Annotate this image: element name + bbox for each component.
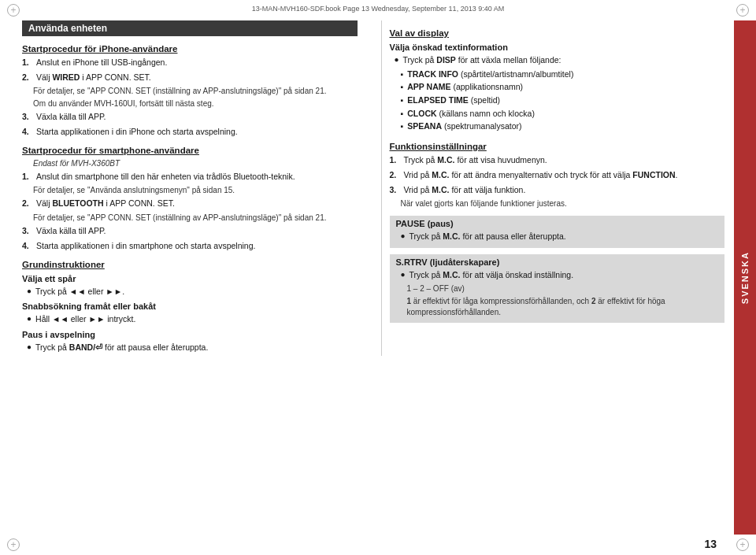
srtrv-note-2-bold: 2 [591, 297, 596, 305]
bullet-icon-disp: ● [395, 54, 399, 66]
svenska-label: SVENSKA [740, 251, 750, 304]
sub-bullet-icon-2: ▪ [401, 81, 404, 93]
disp-intro: ● Tryck på DISP för att växla mellan föl… [390, 54, 725, 66]
page-container: 13-MAN-MVH160-SDF.book Page 13 Wednesday… [0, 0, 756, 555]
srtrv-bullet: ● Tryck på M.C. för att välja önskad ins… [396, 269, 719, 281]
sub-bullet-icon-1: ▪ [401, 68, 404, 80]
svenska-sidebar: SVENSKA [734, 20, 756, 535]
paus-title: Paus i avspelning [22, 330, 358, 339]
smartphone-item-2-num: 2. [22, 198, 36, 209]
grundinstruktioner-title: Grundinstruktioner [22, 260, 358, 269]
valja-textinfo-title: Välja önskad textinformation [390, 43, 725, 52]
iphone-item-3-text: Växla källa till APP. [36, 111, 358, 123]
pause-title: PAUSE (paus) [396, 219, 719, 228]
iphone-item-4-num: 4. [22, 126, 36, 138]
smartphone-item-4-num: 4. [22, 240, 36, 252]
smartphone-item-3-text: Växla källa till APP. [36, 225, 358, 237]
iphone-item-1-text: Anslut en iPhone till USB-ingången. [36, 57, 358, 68]
smartphone-item-3-num: 3. [22, 225, 36, 237]
display-app-text: APP NAME (applikationsnamn) [407, 81, 523, 93]
display-app-name: ▪ APP NAME (applikationsnamn) [390, 81, 725, 93]
srtrv-section: S.RTRV (ljudåterskapare) ● Tryck på M.C.… [390, 254, 725, 323]
funk-item-1: 1. Tryck på M.C. för att visa huvudmenyn… [390, 154, 725, 166]
iphone-item-2: 2. Välj WIRED i APP CONN. SET. [22, 72, 358, 83]
smartphone-item-4: 4. Starta applikationen i din smartphone… [22, 240, 358, 252]
sub-bullet-icon-5: ▪ [401, 120, 404, 132]
funk-item-1-num: 1. [390, 154, 404, 166]
valja-spor-text: Tryck på ◄◄ eller ►►. [35, 286, 124, 298]
iphone-section-title: Startprocedur för iPhone-användare [22, 44, 358, 54]
funktionsinstallningar-title: Funktionsinställningar [390, 142, 725, 151]
sub-bullet-icon-4: ▪ [401, 108, 404, 120]
bullet-icon-2: ● [27, 313, 32, 325]
reg-mark-top-right [736, 3, 750, 17]
display-elapsed-time: ▪ ELAPSED TIME (speltid) [390, 94, 725, 106]
display-clock: ▪ CLOCK (källans namn och klocka) [390, 108, 725, 120]
iphone-sub1: För detaljer, se "APP CONN. SET (inställ… [22, 86, 358, 97]
snabbsokning-bullet: ● Håll ◄◄ eller ►► intryckt. [22, 313, 358, 325]
page-number: 13 [704, 538, 717, 550]
funk-item-2-num: 2. [390, 169, 404, 181]
display-elapsed-text: ELAPSED TIME (speltid) [407, 94, 500, 106]
display-speana-text: SPEANA (spektrumanalysator) [407, 120, 521, 132]
srtrv-title: S.RTRV (ljudåterskapare) [396, 257, 719, 267]
funk-item-3-num: 3. [390, 184, 404, 196]
iphone-item-3-num: 3. [22, 111, 36, 123]
iphone-item-4: 4. Starta applikationen i din iPhone och… [22, 126, 358, 138]
reg-mark-bottom-right [736, 538, 750, 552]
iphone-item-1-num: 1. [22, 57, 36, 68]
funk-sub: När valet gjorts kan följande funktioner… [390, 198, 725, 209]
iphone-sub2: Om du använder MVH-160UI, fortsätt till … [22, 98, 358, 109]
valja-spor-bullet: ● Tryck på ◄◄ eller ►►. [22, 286, 358, 298]
bullet-icon-srtrv: ● [401, 269, 406, 281]
smartphone-item-2: 2. Välj BLUETOOTH i APP CONN. SET. [22, 198, 358, 209]
srtrv-note-1-bold: 1 [407, 297, 412, 305]
srtrv-note-1-text: är effektivt för låga kompressionsförhål… [413, 297, 591, 305]
pause-section: PAUSE (paus) ● Tryck på M.C. för att pau… [390, 216, 725, 248]
display-track-text: TRACK INFO (spårtitel/artistnamn/albumti… [407, 68, 573, 80]
reg-mark-top-left [6, 3, 20, 17]
smartphone-item-4-text: Starta applikationen i din smartphone oc… [36, 240, 358, 252]
valja-spor-title: Välja ett spår [22, 274, 358, 283]
display-clock-text: CLOCK (källans namn och klocka) [407, 108, 535, 120]
left-column: Använda enheten Startprocedur för iPhone… [22, 20, 365, 356]
val-av-display-title: Val av display [390, 28, 725, 38]
funk-item-1-text: Tryck på M.C. för att visa huvudmenyn. [404, 154, 725, 166]
filename-text: 13-MAN-MVH160-SDF.book Page 13 Wednesday… [252, 5, 504, 13]
smartphone-section-title: Startprocedur för smartphone-användare [22, 146, 358, 155]
bullet-icon-3: ● [27, 342, 32, 353]
funk-item-2: 2. Vrid på M.C. för att ändra menyaltern… [390, 169, 725, 181]
display-track-info: ▪ TRACK INFO (spårtitel/artistnamn/album… [390, 68, 725, 80]
funk-item-2-text: Vrid på M.C. för att ändra menyalternati… [404, 169, 725, 181]
smartphone-item-1-text: Anslut din smartphone till den här enhet… [36, 171, 358, 183]
smartphone-sub1: För detaljer, se "Använda anslutningsmen… [22, 185, 358, 196]
smartphone-sub2: För detaljer, se "APP CONN. SET (inställ… [22, 213, 358, 224]
reg-mark-bottom-left [6, 538, 20, 552]
paus-text: Tryck på BAND/⏎ för att pausa eller åter… [35, 342, 208, 353]
iphone-item-4-text: Starta applikationen i din iPhone och st… [36, 126, 358, 138]
iphone-item-3: 3. Växla källa till APP. [22, 111, 358, 123]
main-title-box: Använda enheten [22, 20, 358, 36]
snabbsokning-title: Snabbsökning framåt eller bakåt [22, 302, 358, 311]
srtrv-text: Tryck på M.C. för att välja önskad instä… [410, 269, 574, 281]
iphone-item-2-num: 2. [22, 72, 36, 83]
sub-bullet-icon-3: ▪ [401, 94, 404, 106]
iphone-item-2-text: Välj WIRED i APP CONN. SET. [36, 72, 358, 83]
bullet-icon-1: ● [27, 286, 32, 298]
smartphone-item-2-text: Välj BLUETOOTH i APP CONN. SET. [36, 198, 358, 209]
top-bar: 13-MAN-MVH160-SDF.book Page 13 Wednesday… [0, 5, 756, 13]
funk-item-3: 3. Vrid på M.C. för att välja funktion. [390, 184, 725, 196]
smartphone-item-3: 3. Växla källa till APP. [22, 225, 358, 237]
pause-text: Tryck på M.C. för att pausa eller återup… [410, 231, 566, 242]
srtrv-values: 1 – 2 – OFF (av) [396, 283, 719, 294]
smartphone-subtitle: Endast för MVH-X360BT [22, 158, 358, 169]
iphone-item-1: 1. Anslut en iPhone till USB-ingången. [22, 57, 358, 68]
funk-item-3-text: Vrid på M.C. för att välja funktion. [404, 184, 725, 196]
bullet-icon-pause: ● [401, 231, 406, 242]
right-column: Val av display Välja önskad textinformat… [381, 20, 725, 356]
display-speana: ▪ SPEANA (spektrumanalysator) [390, 120, 725, 132]
main-title: Använda enheten [28, 23, 107, 34]
snabbsokning-text: Håll ◄◄ eller ►► intryckt. [35, 313, 135, 325]
smartphone-item-1: 1. Anslut din smartphone till den här en… [22, 171, 358, 183]
pause-bullet: ● Tryck på M.C. för att pausa eller åter… [396, 231, 719, 242]
